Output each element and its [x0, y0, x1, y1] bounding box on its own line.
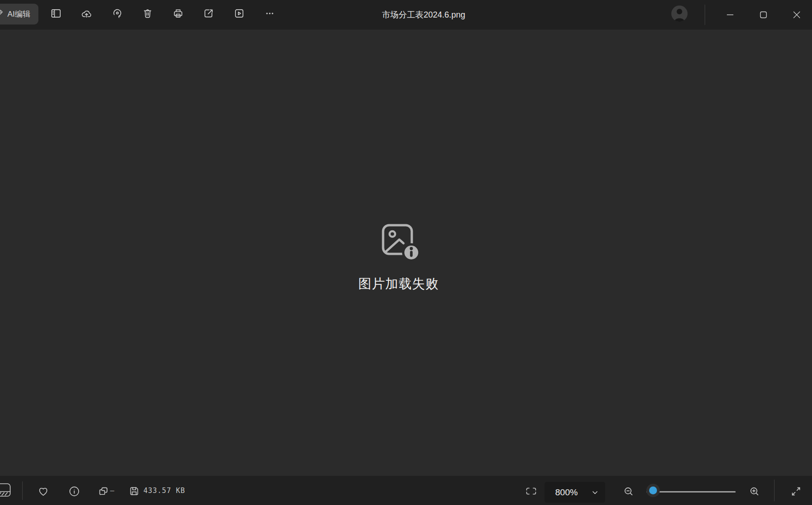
- print-icon: [172, 7, 184, 19]
- file-size-value: 433.57 KB: [143, 476, 185, 505]
- fit-to-window-button[interactable]: [521, 481, 541, 501]
- minimize-icon: [726, 11, 734, 18]
- rotate-button[interactable]: [107, 3, 127, 24]
- zoom-out-icon: [622, 485, 635, 498]
- zoom-slider-track[interactable]: [646, 491, 736, 493]
- panel-toggle-button[interactable]: [46, 3, 66, 24]
- zoom-level-dropdown[interactable]: 800%: [545, 482, 605, 503]
- file-size-button: [124, 481, 144, 501]
- fullscreen-button[interactable]: [786, 481, 806, 501]
- chevron-down-icon: [591, 489, 599, 496]
- filmstrip-icon: [0, 483, 11, 498]
- fit-to-window-icon: [525, 485, 538, 497]
- titlebar: AI编辑: [0, 0, 812, 30]
- rotate-icon: [111, 7, 123, 19]
- info-icon: [68, 485, 81, 498]
- broken-image-icon: [376, 222, 422, 263]
- zoom-out-button[interactable]: [618, 481, 638, 501]
- maximize-icon: [760, 11, 767, 18]
- statusbar-divider-right: [774, 480, 775, 501]
- zoom-in-icon: [748, 485, 761, 498]
- cloud-upload-button[interactable]: [76, 3, 97, 24]
- close-icon: [793, 11, 800, 18]
- fullscreen-icon: [790, 485, 802, 498]
- zoom-slider-thumb-dot: [649, 487, 657, 494]
- share-icon: [203, 7, 215, 19]
- close-button[interactable]: [784, 0, 810, 30]
- filmstrip-toggle-button[interactable]: [0, 483, 11, 499]
- statusbar-divider-left: [22, 481, 23, 500]
- save-icon: [128, 485, 140, 497]
- favorite-button[interactable]: [33, 481, 53, 501]
- heart-icon: [37, 485, 50, 498]
- error-message: 图片加载失败: [359, 275, 439, 293]
- zoom-level-value: 800%: [555, 487, 591, 498]
- cloud-upload-icon: [81, 7, 93, 19]
- ai-pen-icon: [0, 8, 5, 20]
- statusbar: – 433.57 KB 800%: [0, 476, 812, 505]
- delete-button[interactable]: [137, 3, 158, 24]
- minimize-button[interactable]: [717, 0, 743, 30]
- window-title: 市场分工表2024.6.png: [382, 0, 465, 30]
- print-button[interactable]: [168, 3, 188, 24]
- maximize-button[interactable]: [750, 0, 776, 30]
- image-viewport: 图片加载失败: [0, 30, 812, 476]
- panel-toggle-icon: [50, 7, 62, 19]
- load-error-block: 图片加载失败: [359, 222, 439, 293]
- folder-icon: [97, 485, 110, 498]
- more-button[interactable]: [260, 3, 280, 24]
- share-button[interactable]: [198, 3, 219, 24]
- trash-icon: [142, 7, 154, 19]
- info-button[interactable]: [64, 481, 84, 501]
- ai-edit-button[interactable]: AI编辑: [0, 4, 38, 25]
- ai-edit-label: AI编辑: [7, 9, 31, 19]
- folder-value: –: [110, 476, 114, 505]
- zoom-in-button[interactable]: [744, 481, 764, 501]
- user-avatar-icon: [671, 6, 688, 22]
- more-icon: [264, 7, 276, 19]
- slideshow-icon: [233, 7, 245, 19]
- slideshow-button[interactable]: [229, 3, 249, 24]
- zoom-slider-thumb[interactable]: [646, 484, 660, 497]
- titlebar-divider: [705, 5, 705, 25]
- user-avatar[interactable]: [671, 6, 688, 22]
